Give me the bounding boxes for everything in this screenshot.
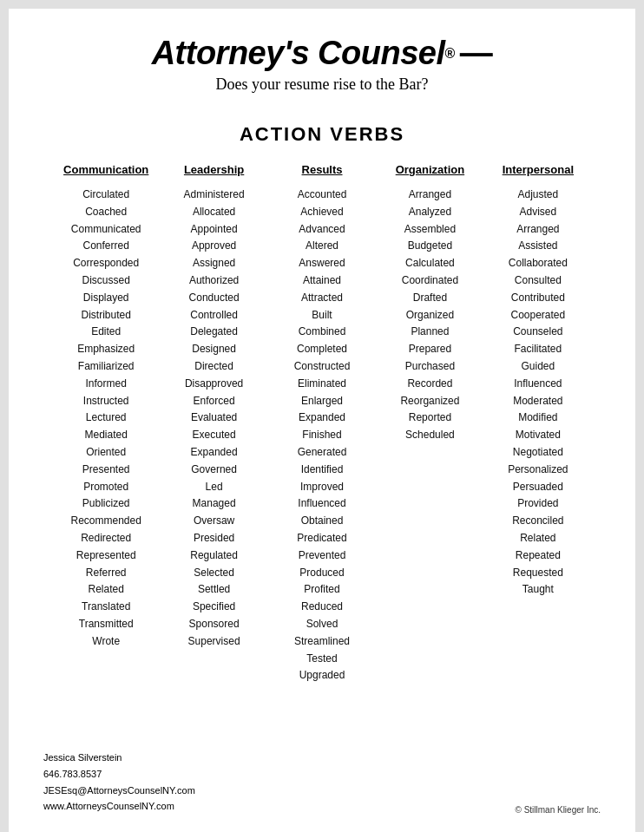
list-item: Delegated [190,324,238,341]
title-dash: — [460,35,493,72]
list-item: Evaluated [191,409,237,427]
list-item: Arranged [516,221,559,239]
column-interpersonal: InterpersonalAdjustedAdvisedArrangedAssi… [484,163,592,715]
list-item: Enforced [194,393,235,410]
list-item: Edited [91,324,121,341]
list-item: Disapproved [185,376,243,393]
page: Attorney's Counsel®— Does your resume ri… [9,9,635,832]
list-item: Mediated [85,427,128,444]
list-item: Sponsored [189,616,240,633]
list-item: Transmitted [79,616,134,633]
list-item: Streamlined [294,633,350,651]
list-item: Accounted [298,187,347,204]
list-item: Assigned [193,255,235,272]
list-item: Oversaw [194,513,234,530]
column-leadership: LeadershipAdministeredAllocatedAppointed… [160,163,267,715]
list-item: Reorganized [400,393,459,410]
list-item: Attracted [301,290,343,307]
list-item: Reconciled [512,513,563,530]
list-item: Coordinated [402,272,458,290]
list-item: Generated [298,444,347,462]
list-item: Predicated [297,530,346,547]
footer-name: Jessica Silverstein [43,750,195,766]
column-organization: OrganizationArrangedAnalyzedAssembledBud… [376,163,483,715]
list-item: Recommended [71,513,141,530]
list-item: Presented [82,462,130,479]
list-item: Advanced [299,221,345,239]
header: Attorney's Counsel®— Does your resume ri… [43,35,601,94]
list-item: Managed [193,495,236,513]
list-item: Governed [191,462,237,479]
col-header-4: Interpersonal [503,163,574,176]
col-header-1: Leadership [184,163,244,176]
list-item: Adjusted [517,187,558,204]
list-item: Selected [194,565,234,582]
list-item: Attained [303,272,341,290]
list-item: Facilitated [514,341,562,358]
subtitle: Does your resume rise to the Bar? [43,75,601,94]
list-item: Influenced [514,376,562,393]
footer-left: Jessica Silverstein 646.783.8537 JESEsq@… [43,750,195,815]
list-item: Upgraded [299,667,345,685]
list-item: Improved [300,479,344,496]
list-item: Requested [513,565,563,582]
list-item: Conferred [83,238,129,255]
list-item: Specified [193,599,235,616]
list-item: Promoted [83,479,128,496]
column-results: ResultsAccountedAchievedAdvancedAlteredA… [268,163,376,715]
list-item: Calculated [405,255,455,272]
list-item: Translated [82,599,130,616]
list-item: Publicized [82,495,130,513]
list-item: Administered [184,187,245,204]
list-item: Planned [411,324,449,341]
list-item: Drafted [413,290,447,307]
footer: Jessica Silverstein 646.783.8537 JESEsq@… [43,741,601,815]
col-header-2: Results [302,163,343,176]
list-item: Produced [299,565,344,582]
list-item: Counseled [513,324,562,341]
footer-copyright: © Stillman Klieger Inc. [515,805,601,815]
list-item: Negotiated [513,444,563,462]
column-communication: CommunicationCirculatedCoachedCommunicat… [52,163,160,715]
list-item: Lectured [86,409,127,427]
reg-symbol: ® [445,46,455,62]
footer-website: www.AttorneysCounselNY.com [43,798,195,815]
list-item: Assisted [518,238,557,255]
list-item: Displayed [83,290,129,307]
list-item: Supervised [188,633,240,651]
list-item: Repeated [516,547,561,565]
footer-phone: 646.783.8537 [43,766,195,783]
list-item: Oriented [86,444,126,462]
list-item: Corresponded [73,255,139,272]
list-item: Guided [521,358,555,376]
list-item: Led [206,479,223,496]
list-item: Presided [194,530,234,547]
list-item: Related [520,530,555,547]
list-item: Assembled [404,221,456,239]
list-item: Informed [86,376,127,393]
list-item: Analyzed [409,204,451,221]
list-item: Conducted [189,290,240,307]
list-item: Provided [517,495,558,513]
list-item: Persuaded [513,479,563,496]
list-item: Built [312,307,332,324]
list-item: Modified [518,409,557,427]
list-item: Moderated [513,393,562,410]
list-item: Controlled [190,307,238,324]
list-item: Taught [522,581,554,599]
list-item: Redirected [81,530,131,547]
list-item: Represented [76,547,136,565]
list-item: Discussed [82,272,130,290]
list-item: Expanded [299,409,345,427]
list-item: Authorized [189,272,239,290]
list-item: Finished [302,427,341,444]
list-item: Reduced [301,599,343,616]
list-item: Distributed [82,307,131,324]
list-item: Emphasized [77,341,135,358]
section-title: ACTION VERBS [43,123,601,146]
col-header-0: Communication [63,163,148,176]
list-item: Executed [193,427,236,444]
list-item: Directed [194,358,233,376]
list-item: Communicated [71,221,141,239]
list-item: Altered [306,238,338,255]
